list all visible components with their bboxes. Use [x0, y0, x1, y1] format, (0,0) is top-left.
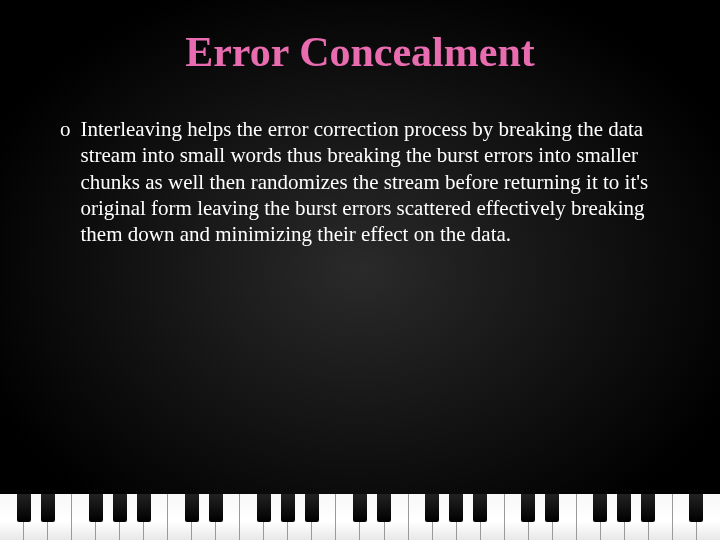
white-key [240, 494, 264, 540]
bullet-text: Interleaving helps the error correction … [81, 116, 661, 247]
white-key [264, 494, 288, 540]
white-key [481, 494, 505, 540]
slide-content: o Interleaving helps the error correctio… [0, 76, 720, 247]
white-key [48, 494, 72, 540]
slide-title: Error Concealment [0, 0, 720, 76]
white-key [288, 494, 312, 540]
bullet-marker: o [60, 116, 81, 247]
white-key [625, 494, 649, 540]
piano-keys-decoration [0, 494, 720, 540]
white-key [0, 494, 24, 540]
white-key [505, 494, 529, 540]
white-key [144, 494, 168, 540]
white-key [360, 494, 384, 540]
white-key [96, 494, 120, 540]
white-key [120, 494, 144, 540]
white-key [673, 494, 697, 540]
slide: Error Concealment o Interleaving helps t… [0, 0, 720, 540]
white-key [168, 494, 192, 540]
white-key [312, 494, 336, 540]
white-key [529, 494, 553, 540]
white-key [24, 494, 48, 540]
white-key [409, 494, 433, 540]
white-key [72, 494, 96, 540]
white-key [433, 494, 457, 540]
white-key [192, 494, 216, 540]
white-key [649, 494, 673, 540]
bullet-item: o Interleaving helps the error correctio… [60, 116, 660, 247]
white-key [336, 494, 360, 540]
white-key [457, 494, 481, 540]
white-key [216, 494, 240, 540]
white-key [385, 494, 409, 540]
white-key [577, 494, 601, 540]
white-key [697, 494, 720, 540]
white-key [601, 494, 625, 540]
white-key [553, 494, 577, 540]
